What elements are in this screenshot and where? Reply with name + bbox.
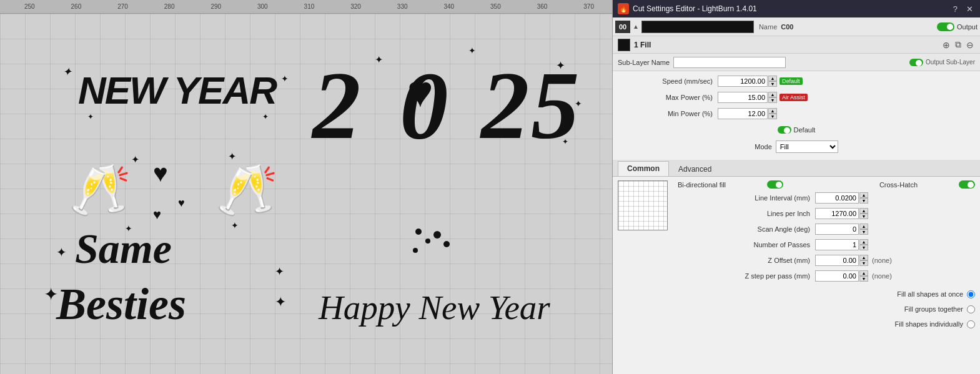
svg-text:✦: ✦ (375, 54, 383, 65)
tab-common[interactable]: Common (618, 161, 669, 176)
line-interval-down[interactable]: ▼ (859, 198, 868, 204)
speed-up-button[interactable]: ▲ (768, 76, 777, 81)
z-offset-down[interactable]: ▼ (859, 260, 868, 266)
sublayer-output-toggle[interactable] (909, 59, 923, 66)
min-power-down-button[interactable]: ▼ (768, 114, 777, 119)
min-power-input[interactable] (718, 108, 768, 119)
name-label: Name (759, 23, 777, 31)
num-passes-input[interactable] (815, 239, 859, 250)
radio-section: Fill all shapes at once Fill groups toge… (618, 287, 975, 331)
svg-point-32 (433, 231, 441, 239)
svg-text:🥂: 🥂 (215, 160, 278, 219)
svg-text:Happy New Year: Happy New Year (318, 288, 550, 327)
fill-individually-radio[interactable] (967, 320, 975, 328)
ruler-mark: 290 (192, 3, 239, 10)
color-bar[interactable] (641, 21, 754, 33)
sublayer-name-input[interactable] (673, 57, 786, 68)
speed-input[interactable] (718, 76, 768, 87)
bidir-label: Bi-directional fill (678, 181, 726, 189)
scan-angle-input[interactable] (815, 224, 859, 235)
scan-angle-row: Scan Angle (deg) ▲ ▼ (678, 222, 975, 236)
output-section: Output (937, 22, 978, 31)
ruler-mark: 260 (53, 3, 100, 10)
fill-controls: Bi-directional fill Cross-Hatch Line Int… (678, 180, 975, 285)
min-power-up-button[interactable]: ▲ (768, 108, 777, 114)
common-content: Bi-directional fill Cross-Hatch Line Int… (613, 177, 980, 374)
delete-sublayer-button[interactable]: ⊖ (965, 39, 975, 50)
ruler-mark: 360 (519, 3, 566, 10)
add-sublayer-button[interactable]: ⊕ (941, 39, 951, 50)
ruler-top: 250 260 270 280 290 300 310 320 330 340 … (0, 0, 612, 14)
line-interval-spinner: ▲ ▼ (859, 192, 868, 204)
num-passes-label: Number of Passes (678, 241, 815, 249)
scroll-up-icon[interactable]: ▲ (633, 23, 639, 30)
fill-groups-radio[interactable] (967, 305, 975, 313)
lines-per-inch-up[interactable]: ▲ (859, 208, 868, 214)
svg-text:2: 2 (480, 52, 530, 159)
ruler-mark: 270 (99, 3, 146, 10)
scan-angle-down[interactable]: ▼ (859, 229, 868, 235)
z-step-down[interactable]: ▼ (859, 276, 868, 282)
num-passes-row: Number of Passes ▲ ▼ (678, 238, 975, 252)
num-passes-down[interactable]: ▼ (859, 245, 868, 250)
fill-groups-label: Fill groups together (904, 305, 963, 313)
title-bar: 🔥 Cut Settings Editor - LightBurn 1.4.01… (613, 0, 980, 17)
svg-text:✦: ✦ (44, 285, 58, 304)
default-toggle[interactable] (778, 126, 791, 134)
max-power-up-button[interactable]: ▲ (768, 92, 777, 97)
num-passes-spinner: ▲ ▼ (859, 239, 868, 250)
fill-color-swatch[interactable] (618, 39, 630, 51)
max-power-input[interactable] (718, 92, 768, 103)
mode-select[interactable]: Fill Line Offset Fill Image (776, 140, 838, 153)
z-offset-spinner: ▲ ▼ (859, 255, 868, 266)
tab-bar: Common Advanced (613, 160, 980, 177)
z-step-input[interactable] (815, 270, 859, 282)
sublayer-output: Output Sub-Layer (909, 59, 975, 66)
close-button[interactable]: ✕ (964, 4, 975, 14)
mode-row: Mode Fill Line Offset Fill Image (618, 139, 975, 155)
ruler-mark: 370 (565, 3, 612, 10)
svg-text:✦: ✦ (62, 66, 72, 78)
output-label: Output (957, 23, 978, 31)
line-interval-input[interactable] (815, 192, 859, 204)
title-bar-text: Cut Settings Editor - LightBurn 1.4.01 (633, 4, 948, 13)
ruler-mark: 330 (379, 3, 426, 10)
ruler-mark: 350 (472, 3, 519, 10)
z-offset-input[interactable] (815, 255, 859, 266)
panel: 🔥 Cut Settings Editor - LightBurn 1.4.01… (612, 0, 980, 374)
ruler-mark: 300 (239, 3, 286, 10)
crosshatch-toggle[interactable] (959, 180, 975, 189)
line-interval-label: Line Interval (mm) (678, 194, 815, 202)
help-button[interactable]: ? (951, 4, 959, 14)
speed-down-button[interactable]: ▼ (768, 81, 777, 87)
lines-per-inch-spinner: ▲ ▼ (859, 208, 868, 219)
scan-angle-up[interactable]: ▲ (859, 224, 868, 229)
svg-text:✦: ✦ (231, 220, 239, 230)
svg-text:✦: ✦ (87, 112, 94, 121)
fill-groups-row: Fill groups together (618, 302, 975, 316)
svg-text:♥: ♥ (153, 207, 161, 222)
ruler-marks: 250 260 270 280 290 300 310 320 330 340 … (0, 3, 612, 10)
z-step-up[interactable]: ▲ (859, 270, 868, 276)
z-offset-up[interactable]: ▲ (859, 255, 868, 260)
lines-per-inch-input[interactable] (815, 208, 859, 219)
svg-text:♥: ♥ (407, 68, 433, 116)
mode-label: Mode (755, 143, 772, 150)
z-step-none: (none) (872, 272, 892, 280)
num-passes-up[interactable]: ▲ (859, 239, 868, 245)
bidir-toggle[interactable] (767, 180, 783, 189)
layer-strip: 00 ▲ Name C00 Output (613, 17, 980, 36)
fill-row: 1 Fill ⊕ ⧉ ⊖ (613, 36, 980, 54)
svg-text:✦: ✦ (575, 99, 582, 109)
lines-per-inch-label: Lines per Inch (678, 210, 815, 217)
line-interval-up[interactable]: ▲ (859, 192, 868, 198)
lines-per-inch-down[interactable]: ▼ (859, 214, 868, 219)
artwork-svg: ✦ ✦ ✦ ✦ ✦ ✦ NEW YEAR 🥂 ♥ ♥ ♥ (25, 32, 587, 357)
max-power-down-button[interactable]: ▼ (768, 97, 777, 103)
output-toggle[interactable] (937, 22, 954, 31)
tab-advanced[interactable]: Advanced (669, 162, 721, 176)
svg-text:♥: ♥ (178, 197, 185, 209)
fill-all-radio[interactable] (967, 290, 975, 298)
fill-preview-box (618, 180, 668, 230)
copy-sublayer-button[interactable]: ⧉ (954, 39, 963, 50)
